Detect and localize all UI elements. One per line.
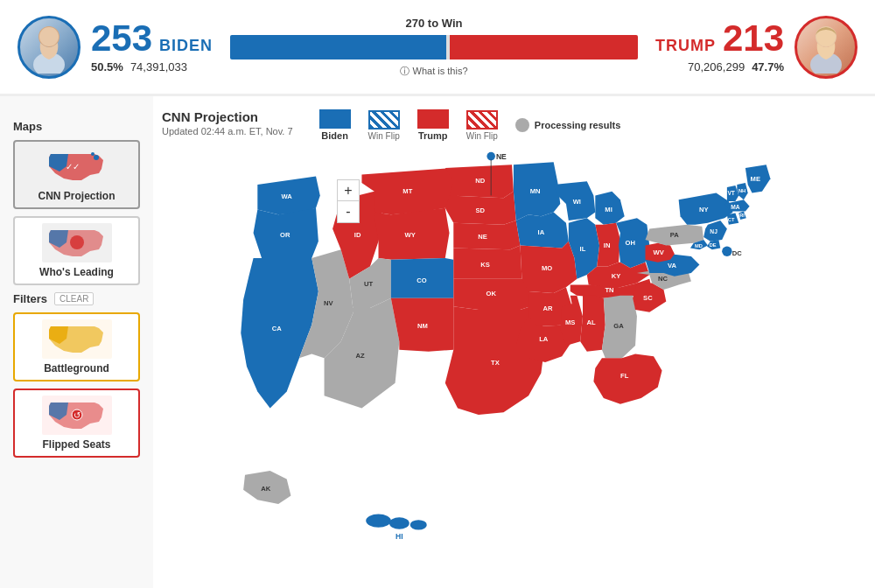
state-ct[interactable] [727,213,738,224]
flipped-seats-filter[interactable]: ↺ Flipped Seats [13,388,140,458]
state-ga[interactable] [602,296,637,358]
biden-vote-details: 50.5% 74,391,033 [91,60,213,74]
state-hi[interactable]: HI [366,514,427,541]
state-co[interactable] [391,258,453,298]
state-nd[interactable] [445,164,514,198]
filters-title: Filters [13,292,47,305]
state-ks[interactable] [453,246,522,279]
state-al[interactable] [580,296,606,352]
svg-point-11 [70,235,84,249]
state-mt[interactable] [361,168,458,214]
svg-text:DC: DC [732,249,742,257]
state-pa[interactable] [645,225,704,246]
svg-text:HI: HI [396,532,403,541]
legend-biden-solid [319,109,351,129]
zoom-in-button[interactable]: + [338,180,359,201]
svg-point-71 [366,514,391,527]
us-map-svg: WA OR CA NV ID MT WY [162,150,862,558]
trump-section: TRUMP 213 70,206,299 47.7% [655,16,858,79]
state-ne[interactable] [453,220,520,249]
election-header: 253 BIDEN 50.5% 74,391,033 270 to Win ⓘ … [0,0,875,96]
zoom-out-button[interactable]: - [338,201,359,222]
state-nj[interactable] [704,220,727,242]
cnn-projection-icon: ✓✓ [42,147,112,186]
legend-biden-flip: Win Flip [368,110,400,141]
svg-point-73 [410,520,427,529]
trump-info: TRUMP 213 70,206,299 47.7% [655,20,784,74]
state-ri[interactable] [738,212,746,220]
whos-leading-card[interactable]: Who's Leading [13,216,140,285]
biden-info: 253 BIDEN 50.5% 74,391,033 [91,20,213,74]
svg-text:↺: ↺ [74,410,80,420]
biden-popular-votes: 74,391,033 [130,60,187,74]
state-ca[interactable] [241,258,318,409]
zoom-controls: + - [337,179,360,223]
biden-avatar [18,16,80,79]
svg-point-2 [39,27,59,46]
state-ak[interactable] [243,471,290,504]
biden-pct: 50.5% [91,60,123,74]
trump-name: TRUMP [655,37,716,55]
trump-pct: 47.7% [752,60,784,74]
trump-bar [450,35,638,60]
legend-gray-dot [515,118,529,132]
trump-popular-votes: 70,206,299 [688,60,745,74]
state-ny[interactable] [679,193,733,225]
win-threshold-label: 270 to Win [406,17,463,30]
svg-point-7 [94,155,99,160]
state-vt[interactable] [727,186,738,201]
legend-trump: Trump [417,109,449,141]
legend-biden-label: Biden [321,130,348,141]
svg-text:NE: NE [496,152,507,161]
legend-trump-label: Trump [418,130,448,141]
battleground-filter[interactable]: Battleground [13,312,140,382]
projection-info: CNN Projection Updated 02:44 a.m. ET, No… [162,109,293,136]
projection-title: CNN Projection [162,109,293,124]
state-mi[interactable] [595,192,624,225]
map-area: CNN Projection Updated 02:44 a.m. ET, No… [153,96,875,588]
map-legend: Biden Win Flip Trump Win Flip Processing… [319,109,621,141]
state-dc[interactable] [722,247,732,256]
main-content: Maps ✓✓ CNN Projection [0,96,875,588]
legend-biden: Biden [319,109,351,141]
state-mn[interactable] [514,162,560,220]
state-ok[interactable] [453,279,530,310]
biden-name: BIDEN [159,37,213,55]
state-nm[interactable] [391,298,453,352]
state-wv[interactable] [645,243,674,262]
cnn-projection-label: CNN Projection [38,190,115,202]
whos-leading-icon [42,223,112,262]
state-mo[interactable] [521,242,578,293]
state-wa[interactable] [257,176,319,214]
battleground-icon [42,319,112,359]
state-or[interactable] [254,208,318,258]
legend-trump-flip-label: Win Flip [466,131,498,141]
flipped-seats-label: Flipped Seats [42,438,110,451]
state-ia[interactable] [516,212,569,248]
state-fl[interactable] [593,354,662,404]
legend-trump-flip: Win Flip [466,110,498,141]
legend-biden-flip-label: Win Flip [368,131,400,141]
cnn-projection-card[interactable]: ✓✓ CNN Projection [13,140,140,209]
state-nh[interactable] [737,183,747,200]
filters-header: Filters CLEAR [13,292,140,305]
trump-vote-details: 70,206,299 47.7% [688,60,784,74]
center-bar-section: 270 to Win ⓘ What is this? [213,17,655,78]
state-me[interactable] [746,164,771,192]
us-map-container: WA OR CA NV ID MT WY [162,150,862,558]
svg-point-8 [91,152,94,156]
map-header: CNN Projection Updated 02:44 a.m. ET, No… [162,109,862,141]
flipped-seats-icon: ↺ [42,396,112,435]
what-is-this-link[interactable]: ⓘ What is this? [400,65,467,78]
ne-district-dot [486,152,495,161]
maps-section-title: Maps [13,120,140,133]
svg-text:✓✓: ✓✓ [66,162,80,172]
state-wy[interactable] [374,208,450,260]
state-oh[interactable] [616,218,649,268]
biden-electoral-votes: 253 [91,20,152,57]
sidebar: Maps ✓✓ CNN Projection [0,96,153,588]
projection-updated: Updated 02:44 a.m. ET, Nov. 7 [162,126,293,136]
clear-filters-button[interactable]: CLEAR [54,292,94,305]
trump-avatar [794,16,858,79]
state-de[interactable] [707,240,720,249]
